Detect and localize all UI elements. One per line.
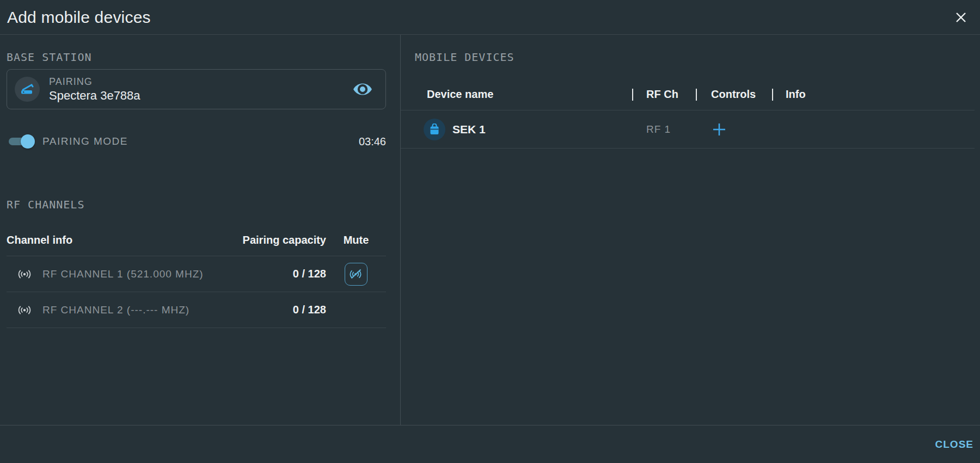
mobile-devices-table-header: Device name RF Ch Controls Info (401, 79, 975, 110)
table-row-sek-1: SEK 1 RF 1 (401, 110, 975, 149)
table-row-rf-channel-2: RF CHANNEL 2 (---.--- MHZ) 0 / 128 (7, 292, 386, 328)
dialog-footer: CLOSE (0, 425, 980, 463)
pairing-mode-row: PAIRING MODE 03:46 (7, 133, 386, 150)
rf-mute-button[interactable] (345, 263, 367, 286)
close-icon[interactable] (952, 8, 970, 27)
add-device-plus-icon[interactable] (711, 121, 727, 138)
device-name: SEK 1 (452, 123, 486, 136)
channel-name: RF CHANNEL 2 (---.--- MHZ) (42, 304, 189, 316)
base-station-icon (20, 83, 34, 96)
broadcast-icon (17, 305, 32, 315)
column-header-controls: Controls (697, 88, 772, 101)
pairing-capacity-value: 0 / 128 (239, 304, 326, 316)
pairing-countdown-timer: 03:46 (359, 135, 386, 148)
toggle-thumb (21, 134, 35, 149)
device-avatar (424, 119, 445, 140)
mobile-devices-pane: MOBILE DEVICES Device name RF Ch Control… (401, 35, 980, 425)
column-header-channel-info: Channel info (7, 234, 239, 246)
pairing-status-label: PAIRING (49, 76, 140, 88)
column-header-info: Info (773, 88, 975, 101)
base-station-name: Spectera 3e788a (49, 89, 140, 103)
channel-info-cell: RF CHANNEL 2 (---.--- MHZ) (7, 304, 239, 316)
base-station-card: PAIRING Spectera 3e788a (7, 69, 386, 109)
rf-channels-table-header: Channel info Pairing capacity Mute (7, 224, 386, 256)
broadcast-icon (17, 269, 32, 279)
identify-eye-icon[interactable] (351, 81, 375, 98)
rf-channels-section-label: RF CHANNELS (7, 199, 386, 211)
dialog-body: BASE STATION PAIRING Spectera 3e788a (0, 35, 980, 425)
pairing-capacity-value: 0 / 128 (239, 268, 326, 280)
controls-cell (697, 121, 773, 138)
device-rf-channel: RF 1 (633, 124, 697, 135)
base-station-avatar (15, 77, 40, 102)
pairing-mode-toggle[interactable] (9, 137, 33, 146)
dialog-header: Add mobile devices (0, 0, 980, 35)
page-title: Add mobile devices (7, 8, 151, 27)
device-name-cell: SEK 1 (401, 119, 633, 140)
mobile-devices-section-label: MOBILE DEVICES (415, 51, 975, 64)
mute-cell (326, 263, 386, 286)
column-header-device-name: Device name (401, 88, 632, 101)
column-header-rf-ch: RF Ch (633, 88, 696, 101)
column-header-pairing-capacity: Pairing capacity (239, 234, 326, 246)
add-mobile-devices-dialog: Add mobile devices BASE STATION (0, 0, 980, 463)
base-station-section-label: BASE STATION (7, 51, 386, 64)
base-station-pane: BASE STATION PAIRING Spectera 3e788a (0, 35, 401, 425)
bodypack-icon (428, 124, 440, 135)
close-button[interactable]: CLOSE (934, 433, 975, 456)
table-row-rf-channel-1: RF CHANNEL 1 (521.000 MHZ) 0 / 128 (7, 256, 386, 292)
base-station-info: PAIRING Spectera 3e788a (49, 76, 140, 103)
column-header-mute: Mute (326, 234, 386, 246)
channel-info-cell: RF CHANNEL 1 (521.000 MHZ) (7, 268, 239, 280)
pairing-mode-label: PAIRING MODE (42, 135, 128, 147)
channel-name: RF CHANNEL 1 (521.000 MHZ) (42, 268, 204, 280)
